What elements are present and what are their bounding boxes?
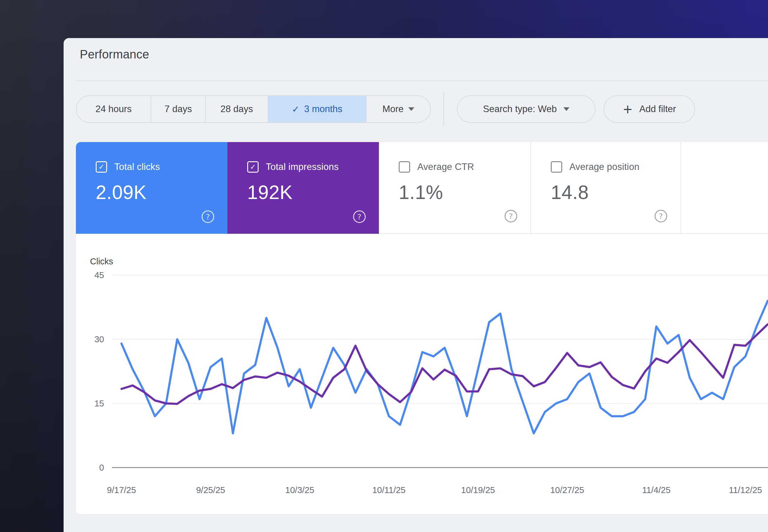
add-filter-label: Add filter xyxy=(639,104,676,114)
metric-value: 2.09K xyxy=(96,182,228,203)
date-range-3-months[interactable]: ✓ 3 months xyxy=(268,96,366,122)
page-background: Performance 24 hours 7 days 28 days ✓ 3 … xyxy=(0,0,768,532)
date-range-label: 3 months xyxy=(304,104,343,114)
check-icon: ✓ xyxy=(292,104,299,114)
date-range-label: 28 days xyxy=(221,104,253,114)
svg-text:30: 30 xyxy=(94,334,104,344)
svg-text:10/11/25: 10/11/25 xyxy=(372,485,406,495)
metric-tile-empty xyxy=(680,142,768,234)
svg-text:10/27/25: 10/27/25 xyxy=(550,485,584,495)
check-icon: ✓ xyxy=(98,163,104,171)
toolbar-divider xyxy=(443,92,444,126)
date-range-28-days[interactable]: 28 days xyxy=(205,96,268,122)
svg-text:9/17/25: 9/17/25 xyxy=(107,485,136,495)
title-divider xyxy=(76,80,768,81)
date-range-24-hours[interactable]: 24 hours xyxy=(76,96,150,122)
clicks-impressions-chart: 0153045Clicks9/17/259/25/2510/3/2510/11/… xyxy=(76,234,768,514)
date-range-7-days[interactable]: 7 days xyxy=(150,96,205,122)
checkbox-unchecked-icon[interactable] xyxy=(551,161,562,173)
metric-value: 14.8 xyxy=(551,182,680,203)
plus-icon: + xyxy=(623,103,633,115)
metric-tile-total-clicks[interactable]: ✓ Total clicks 2.09K ? xyxy=(76,142,228,234)
performance-panel: Performance 24 hours 7 days 28 days ✓ 3 … xyxy=(64,38,768,532)
chevron-down-icon xyxy=(563,107,569,111)
metric-tile-average-position[interactable]: Average position 14.8 ? xyxy=(530,142,680,234)
svg-text:0: 0 xyxy=(99,463,104,472)
checkbox-checked-icon[interactable]: ✓ xyxy=(247,161,259,173)
question-mark-glyph: ? xyxy=(659,212,663,221)
check-icon: ✓ xyxy=(250,163,256,171)
tile-header: ✓ Total impressions xyxy=(247,161,379,173)
more-label: More xyxy=(383,104,404,114)
metric-tile-average-ctr[interactable]: Average CTR 1.1% ? xyxy=(379,142,530,234)
help-icon[interactable]: ? xyxy=(202,210,214,223)
metric-tiles-row: ✓ Total clicks 2.09K ? ✓ Total impressio… xyxy=(76,142,768,234)
question-mark-glyph: ? xyxy=(206,213,210,221)
metric-label: Total clicks xyxy=(114,162,160,172)
checkbox-checked-icon[interactable]: ✓ xyxy=(96,161,107,173)
metric-tile-total-impressions[interactable]: ✓ Total impressions 192K ? xyxy=(228,142,379,234)
search-type-label: Search type: Web xyxy=(483,104,557,114)
question-mark-glyph: ? xyxy=(509,212,513,221)
performance-card: ✓ Total clicks 2.09K ? ✓ Total impressio… xyxy=(76,142,768,514)
svg-text:10/3/25: 10/3/25 xyxy=(285,485,314,495)
date-range-label: 24 hours xyxy=(95,104,132,114)
svg-text:15: 15 xyxy=(94,399,104,408)
date-range-control: 24 hours 7 days 28 days ✓ 3 months More xyxy=(76,95,431,123)
checkbox-unchecked-icon[interactable] xyxy=(399,161,410,173)
date-range-label: 7 days xyxy=(164,104,192,114)
search-type-button[interactable]: Search type: Web xyxy=(457,95,596,123)
chart-svg: 0153045Clicks9/17/259/25/2510/3/2510/11/… xyxy=(76,234,768,514)
metric-value: 192K xyxy=(247,182,379,203)
svg-text:9/25/25: 9/25/25 xyxy=(196,485,225,495)
add-filter-button[interactable]: + Add filter xyxy=(604,95,695,123)
metric-label: Average position xyxy=(569,162,640,172)
tile-header: Average CTR xyxy=(399,161,530,173)
svg-text:45: 45 xyxy=(94,270,104,280)
tile-header: Average position xyxy=(551,161,680,173)
svg-text:11/12/25: 11/12/25 xyxy=(729,485,762,495)
tile-header: ✓ Total clicks xyxy=(96,161,228,173)
help-icon[interactable]: ? xyxy=(504,210,517,222)
question-mark-glyph: ? xyxy=(357,213,361,221)
metric-label: Average CTR xyxy=(417,162,474,172)
metric-label: Total impressions xyxy=(266,162,339,172)
svg-text:Clicks: Clicks xyxy=(90,257,113,266)
help-icon[interactable]: ? xyxy=(655,210,667,222)
date-range-more-button[interactable]: More xyxy=(366,96,430,122)
help-icon[interactable]: ? xyxy=(353,210,366,223)
svg-text:10/19/25: 10/19/25 xyxy=(461,485,495,495)
page-title: Performance xyxy=(80,47,149,61)
chevron-down-icon xyxy=(408,107,414,111)
svg-text:11/4/25: 11/4/25 xyxy=(642,485,671,495)
metric-value: 1.1% xyxy=(399,182,530,203)
